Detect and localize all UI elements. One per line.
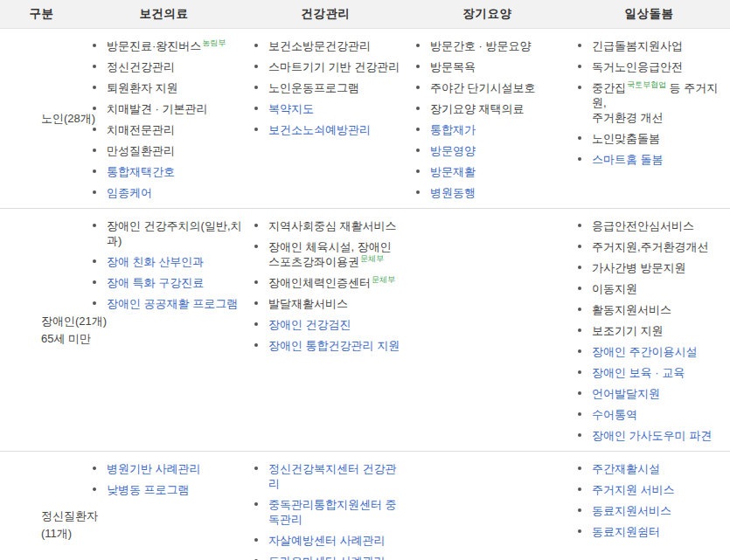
row-label: 노인(28개) <box>0 29 83 208</box>
bullet-icon <box>575 461 592 476</box>
service-item-label: 정신건강관리 <box>107 59 175 74</box>
bullet-icon <box>90 275 107 290</box>
bullet-icon <box>575 80 592 95</box>
service-item-label: 장애인 건강주치의(일반,치과) <box>107 218 243 248</box>
bullet-icon <box>414 80 430 95</box>
service-item-label: 치매전문관리 <box>107 122 175 137</box>
service-item-label: 주야간 단기시설보호 <box>430 80 536 95</box>
service-item: 중간집국토부협업 등 주거지원, 주거환경 개선 <box>575 80 728 125</box>
bullet-icon <box>414 185 430 200</box>
service-item-label: 장애인 통합건강관리 지원 <box>268 338 400 353</box>
service-item: 자살예방센터 사례관리 <box>252 533 405 548</box>
service-item: 정신건강복지센터 건강관리 <box>252 461 405 491</box>
bullet-icon <box>252 296 268 311</box>
service-item-label: 보건소노쇠예방관리 <box>268 122 371 137</box>
bullet-icon <box>414 38 430 53</box>
table-row: 노인(28개)방문진료·왕진버스농림부정신건강관리퇴원환자 지원치매발견 · 기… <box>0 29 730 209</box>
service-item: 방문영양 <box>414 143 567 158</box>
service-item-label: 장애 친화 산부인과 <box>107 254 204 269</box>
service-item: 응급안전안심서비스 <box>575 218 728 233</box>
table-row: 정신질환자(11개)병원기반 사례관리낮병동 프로그램정신건강복지센터 건강관리… <box>0 452 730 560</box>
service-item: 방문목욕 <box>414 59 567 74</box>
service-item-label: 임종케어 <box>107 185 152 200</box>
service-item: 가사간병 방문지원 <box>575 260 728 275</box>
service-item: 발달재활서비스 <box>252 296 405 311</box>
service-item: 장애인 보육 · 교육 <box>575 365 728 380</box>
service-item: 동료지원서비스 <box>575 503 728 518</box>
service-item: 복약지도 <box>252 101 405 116</box>
service-item: 치매발견 · 기본관리 <box>90 101 243 116</box>
service-item-label: 주거지원 서비스 <box>592 482 675 497</box>
service-item-label: 이동지원 <box>592 281 637 296</box>
ministry-tag: 문체부 <box>360 254 384 263</box>
bullet-icon <box>414 143 430 158</box>
column-header-category: 구분 <box>0 6 83 22</box>
service-item: 보건소노쇠예방관리 <box>252 122 405 137</box>
service-item-label: 장애 특화 구강진료 <box>107 275 204 290</box>
table-header: 구분 보건의료 건강관리 장기요양 일상돌봄 <box>0 0 730 29</box>
bullet-icon <box>575 386 592 401</box>
bullet-icon <box>90 461 107 476</box>
row-label: 장애인(21개)65세 미만 <box>0 209 83 451</box>
service-item-label: 장애인 공공재활 프로그램 <box>107 296 238 311</box>
service-item: 장애인 건강검진 <box>252 317 405 332</box>
service-item: 중독관리통합지원센터 중독관리 <box>252 497 405 527</box>
ministry-tag: 국토부협업 <box>627 80 666 89</box>
bullet-icon <box>252 101 268 116</box>
service-item-label: 긴급돌봄지원사업 <box>592 38 683 53</box>
service-list: 보건소방문건강관리스마트기기 기반 건강관리노인운동프로그램복약지도보건소노쇠예… <box>245 29 407 208</box>
service-item: 동료지원쉼터 <box>575 524 728 539</box>
bullet-icon <box>90 80 107 95</box>
bullet-icon <box>575 59 592 74</box>
service-item-label: 장애인 체육시설, 장애인 스포츠강좌이용권문체부 <box>268 239 392 269</box>
bullet-icon <box>575 428 592 443</box>
service-item-label: 병원기반 사례관리 <box>107 461 201 476</box>
service-item: 노인맞춤돌봄 <box>575 131 728 146</box>
bullet-icon <box>90 482 107 497</box>
service-list: 장애인 건강주치의(일반,치과)장애 친화 산부인과장애 특화 구강진료장애인 … <box>83 209 245 451</box>
service-item-label: 발달재활서비스 <box>268 296 348 311</box>
service-item: 임종케어 <box>90 185 243 200</box>
bullet-icon <box>575 239 592 254</box>
service-item-label: 응급안전안심서비스 <box>592 218 694 233</box>
service-item: 독거노인응급안전 <box>575 59 728 74</box>
bullet-icon <box>252 461 268 476</box>
bullet-icon <box>575 218 592 233</box>
service-list <box>407 209 568 451</box>
ministry-tag: 문체부 <box>372 275 395 284</box>
bullet-icon <box>252 59 268 74</box>
bullet-icon <box>575 407 592 422</box>
service-item: 장애인 공공재활 프로그램 <box>90 296 243 311</box>
bullet-icon <box>90 164 107 179</box>
service-item-label: 보건소방문건강관리 <box>268 38 371 53</box>
service-item: 통합재택간호 <box>90 164 243 179</box>
service-item-label: 장기요양 재택의료 <box>430 101 525 116</box>
service-item-label: 장애인 보육 · 교육 <box>592 365 685 380</box>
bullet-icon <box>414 101 430 116</box>
bullet-icon <box>90 59 107 74</box>
service-item-label: 방문재활 <box>430 164 476 179</box>
service-item: 주거지원 서비스 <box>575 482 728 497</box>
service-item-label: 동료지원쉼터 <box>592 524 660 539</box>
table-body: 노인(28개)방문진료·왕진버스농림부정신건강관리퇴원환자 지원치매발견 · 기… <box>0 29 730 560</box>
bullet-icon <box>252 317 268 332</box>
bullet-icon <box>575 131 592 146</box>
bullet-icon <box>252 122 268 137</box>
service-item: 장기요양 재택의료 <box>414 101 567 116</box>
service-list: 방문간호 · 방문요양방문목욕주야간 단기시설보호장기요양 재택의료통합재가방문… <box>407 29 568 208</box>
service-item-label: 독거노인응급안전 <box>592 59 683 74</box>
service-item-label: 중독관리통합지원센터 중독관리 <box>268 497 405 527</box>
bullet-icon <box>575 38 592 53</box>
service-item-label: 중간집국토부협업 등 주거지원, 주거환경 개선 <box>592 80 728 125</box>
service-item: 방문재활 <box>414 164 567 179</box>
service-item: 보조기기 지원 <box>575 323 728 338</box>
service-item: 병원동행 <box>414 185 567 200</box>
bullet-icon <box>575 503 592 518</box>
service-item: 스마트기기 기반 건강관리 <box>252 59 405 74</box>
service-item: 스마트홈 돌봄 <box>575 152 728 167</box>
bullet-icon <box>575 281 592 296</box>
bullet-icon <box>90 218 107 233</box>
service-list: 병원기반 사례관리낮병동 프로그램 <box>83 452 245 560</box>
bullet-icon <box>252 38 268 53</box>
column-header-longterm-care: 장기요양 <box>407 6 568 22</box>
